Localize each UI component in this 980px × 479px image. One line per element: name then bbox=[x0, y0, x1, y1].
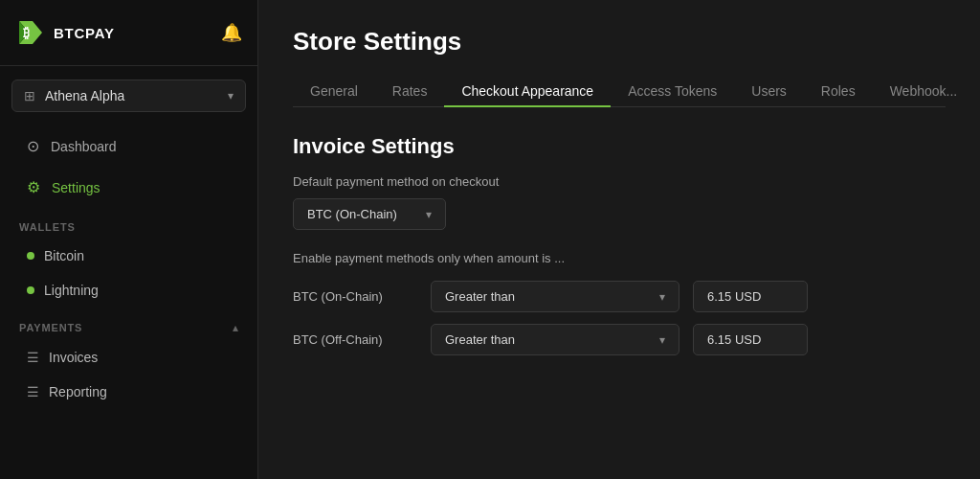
tab-webhooks[interactable]: Webhook... bbox=[873, 76, 975, 106]
tab-users[interactable]: Users bbox=[734, 76, 804, 106]
sidebar-item-label: Settings bbox=[52, 180, 100, 195]
bell-icon[interactable]: 🔔 bbox=[221, 22, 242, 43]
page-title: Store Settings bbox=[293, 27, 946, 57]
method-onchain-condition-select[interactable]: Greater than ▾ bbox=[431, 281, 679, 312]
payment-method-row-offchain: BTC (Off-Chain) Greater than ▾ 6.15 USD bbox=[293, 324, 946, 355]
sidebar-item-label: Dashboard bbox=[51, 139, 117, 154]
method-offchain-condition-chevron-icon: ▾ bbox=[659, 333, 665, 347]
bitcoin-label: Bitcoin bbox=[44, 248, 84, 263]
method-onchain-name: BTC (On-Chain) bbox=[293, 289, 417, 304]
sidebar-item-reporting[interactable]: ☰ Reporting bbox=[8, 376, 250, 407]
sidebar-header: ₿ BTCPAY 🔔 bbox=[0, 0, 257, 66]
lightning-label: Lightning bbox=[44, 283, 99, 298]
main-content: Store Settings General Rates Checkout Ap… bbox=[258, 0, 980, 479]
bitcoin-status-dot bbox=[27, 252, 34, 260]
invoices-icon: ☰ bbox=[27, 350, 39, 365]
settings-tabs: General Rates Checkout Appearance Access… bbox=[293, 76, 946, 107]
tab-checkout-appearance[interactable]: Checkout Appearance bbox=[444, 76, 611, 106]
sidebar-item-bitcoin[interactable]: Bitcoin bbox=[8, 240, 250, 271]
lightning-status-dot bbox=[27, 286, 34, 294]
payment-methods-label: Enable payment methods only when amount … bbox=[293, 251, 946, 265]
logo-text: BTCPAY bbox=[54, 25, 115, 41]
store-selector[interactable]: ⊞ Athena Alpha ▾ bbox=[11, 80, 246, 112]
payments-section-label: PAYMENTS bbox=[19, 322, 82, 333]
method-onchain-condition-chevron-icon: ▾ bbox=[659, 290, 665, 304]
logo-area: ₿ BTCPAY bbox=[15, 17, 115, 48]
default-payment-chevron-icon: ▾ bbox=[426, 208, 432, 221]
sidebar-item-lightning[interactable]: Lightning bbox=[8, 275, 250, 306]
payments-section-header: PAYMENTS ▴ bbox=[0, 308, 257, 340]
sidebar-item-invoices[interactable]: ☰ Invoices bbox=[8, 342, 250, 373]
store-icon: ⊞ bbox=[24, 88, 35, 103]
default-payment-select[interactable]: BTC (On-Chain) ▾ bbox=[293, 198, 446, 230]
tab-access-tokens[interactable]: Access Tokens bbox=[611, 76, 734, 106]
store-name: Athena Alpha bbox=[45, 88, 218, 103]
tab-general[interactable]: General bbox=[293, 76, 375, 106]
dashboard-icon: ⊙ bbox=[27, 137, 39, 155]
tab-rates[interactable]: Rates bbox=[375, 76, 445, 106]
tab-roles[interactable]: Roles bbox=[804, 76, 873, 106]
method-offchain-amount[interactable]: 6.15 USD bbox=[693, 324, 808, 355]
btcpay-logo: ₿ bbox=[15, 17, 46, 48]
sidebar: ₿ BTCPAY 🔔 ⊞ Athena Alpha ▾ ⊙ Dashboard … bbox=[0, 0, 258, 479]
svg-text:₿: ₿ bbox=[23, 25, 30, 40]
method-offchain-condition-value: Greater than bbox=[445, 332, 652, 347]
reporting-label: Reporting bbox=[49, 384, 107, 399]
method-offchain-condition-select[interactable]: Greater than ▾ bbox=[431, 324, 679, 355]
payment-method-row-onchain: BTC (On-Chain) Greater than ▾ 6.15 USD bbox=[293, 281, 946, 312]
default-payment-value: BTC (On-Chain) bbox=[307, 207, 416, 221]
sidebar-item-dashboard[interactable]: ⊙ Dashboard bbox=[8, 127, 250, 165]
method-offchain-name: BTC (Off-Chain) bbox=[293, 332, 417, 347]
method-onchain-condition-value: Greater than bbox=[445, 289, 652, 304]
sidebar-item-settings[interactable]: ⚙ Settings bbox=[8, 169, 250, 206]
invoices-label: Invoices bbox=[49, 350, 98, 365]
default-payment-label: Default payment method on checkout bbox=[293, 174, 946, 189]
reporting-icon: ☰ bbox=[27, 384, 39, 399]
store-chevron-icon: ▾ bbox=[228, 89, 234, 103]
settings-icon: ⚙ bbox=[27, 178, 40, 196]
wallets-section-label: WALLETS bbox=[0, 208, 257, 239]
method-onchain-amount[interactable]: 6.15 USD bbox=[693, 281, 808, 312]
invoice-settings-title: Invoice Settings bbox=[293, 134, 946, 159]
payments-chevron-icon[interactable]: ▴ bbox=[233, 321, 238, 334]
